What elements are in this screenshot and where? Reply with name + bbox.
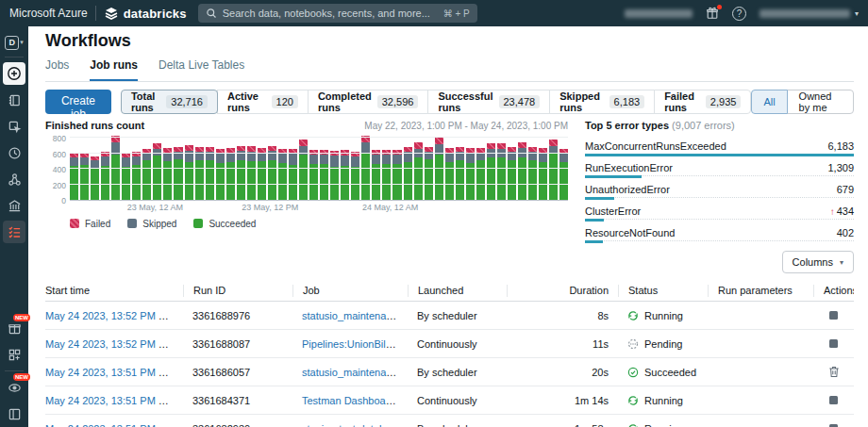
chart-bar[interactable]: [330, 151, 339, 200]
col-header-run-id[interactable]: Run ID: [183, 285, 292, 297]
chart-bar[interactable]: [278, 149, 287, 200]
sidebar-collapse[interactable]: [3, 402, 25, 425]
table-row[interactable]: May 24 2023, 13:51 PM PDT3361682930stagi…: [45, 415, 854, 427]
stop-run-button[interactable]: [827, 337, 840, 350]
chart-bar[interactable]: [258, 148, 266, 200]
chart-bar[interactable]: [247, 146, 256, 200]
chart-bar[interactable]: [414, 142, 423, 200]
start-time-link[interactable]: May 24 2023, 13:51 PM PDT: [45, 367, 179, 378]
start-time-link[interactable]: May 24 2023, 13:52 PM PDT: [45, 310, 179, 321]
chart-bar[interactable]: [351, 152, 359, 200]
chart-bar[interactable]: [508, 147, 516, 200]
sidebar-item-workflows[interactable]: [3, 221, 25, 243]
sidebar-item-preview[interactable]: NEW: [3, 376, 25, 399]
chart-bar[interactable]: [80, 153, 89, 200]
chart-bar[interactable]: [445, 148, 454, 200]
job-link[interactable]: Testman Dashboard High F...: [302, 395, 408, 406]
chart-bar[interactable]: [404, 147, 412, 200]
chart-bar[interactable]: [549, 140, 558, 200]
start-time-link[interactable]: May 24 2023, 13:51 PM PDT: [45, 423, 179, 427]
sidebar-item-partner-connect[interactable]: [3, 343, 25, 366]
chart-bar[interactable]: [341, 150, 349, 200]
job-link[interactable]: statusio_maintenance_rem...: [302, 310, 408, 321]
global-search-input[interactable]: Search data, notebooks, recents, and mor…: [198, 4, 477, 23]
chart-bar[interactable]: [132, 152, 141, 200]
col-header-launched[interactable]: Launched: [408, 285, 507, 297]
chart-bar[interactable]: [559, 149, 568, 200]
chart-bar[interactable]: [299, 140, 308, 200]
tab-jobs[interactable]: Jobs: [45, 58, 69, 81]
chart-bar[interactable]: [456, 147, 464, 201]
stop-run-button[interactable]: [827, 309, 840, 321]
workspace-name-redacted[interactable]: [625, 9, 693, 18]
sidebar-item-data[interactable]: [3, 168, 25, 190]
workspace-switcher[interactable]: D ▾: [2, 33, 26, 52]
whats-new-button[interactable]: [706, 7, 719, 20]
sidebar-item-new[interactable]: [3, 62, 25, 85]
chart-bar[interactable]: [320, 150, 328, 200]
create-job-button[interactable]: Create job: [45, 90, 111, 114]
chart-bar[interactable]: [185, 145, 193, 200]
chart-bar[interactable]: [174, 147, 182, 200]
help-button[interactable]: ?: [732, 7, 746, 21]
chart-bar[interactable]: [206, 147, 214, 200]
tab-job-runs[interactable]: Job runs: [90, 58, 138, 81]
job-link[interactable]: statusio_maintenance_rem...: [302, 367, 408, 378]
chart-bar[interactable]: [392, 150, 401, 200]
sidebar-item-repos[interactable]: [3, 115, 25, 138]
sidebar-item-recents[interactable]: [3, 141, 25, 164]
sidebar-item-sql-warehouse[interactable]: [3, 194, 25, 217]
chart-bar[interactable]: [268, 146, 276, 200]
chart-bar[interactable]: [435, 138, 443, 200]
job-link[interactable]: Pipelines:UnionBillableUsa...: [302, 338, 408, 350]
table-row[interactable]: May 24 2023, 13:52 PM PDT3361688976statu…: [45, 302, 854, 330]
stop-run-button[interactable]: [827, 422, 840, 427]
columns-button[interactable]: Columns ▾: [782, 251, 854, 273]
chart-bar[interactable]: [226, 148, 235, 200]
chart-bar[interactable]: [539, 148, 547, 200]
col-header-duration[interactable]: Duration: [507, 285, 618, 297]
col-header-run-parameters[interactable]: Run parameters: [708, 285, 813, 297]
sidebar-item-marketplace[interactable]: NEW: [3, 317, 25, 339]
chart-bar[interactable]: [216, 149, 225, 200]
table-row[interactable]: May 24 2023, 13:52 PM PDT3361688087Pipel…: [45, 330, 854, 358]
chart-bar[interactable]: [237, 146, 245, 200]
account-menu[interactable]: ▾: [760, 9, 859, 18]
stat-chip-successful-runs[interactable]: Successful runs23,478: [427, 90, 550, 114]
start-time-link[interactable]: May 24 2023, 13:52 PM PDT: [45, 338, 179, 350]
scope-owned-by-me[interactable]: Owned by me: [787, 90, 854, 114]
tab-delta-live-tables[interactable]: Delta Live Tables: [159, 58, 244, 81]
databricks-logo[interactable]: databricks: [104, 6, 187, 21]
sidebar-item-workspace[interactable]: [3, 89, 25, 111]
trash-run-button[interactable]: [826, 364, 842, 380]
stat-chip-skipped-runs[interactable]: Skipped runs6,183: [549, 90, 655, 114]
stat-chip-total-runs[interactable]: Total runs32,716: [121, 90, 218, 114]
col-header-status[interactable]: Status: [618, 285, 708, 297]
col-header-start-time[interactable]: Start time: [45, 285, 183, 297]
chart-bar[interactable]: [163, 148, 172, 200]
col-header-job[interactable]: Job: [292, 285, 408, 297]
chart-bar[interactable]: [70, 154, 78, 200]
scope-all[interactable]: All: [751, 90, 787, 114]
col-header-actions[interactable]: Actions: [813, 285, 854, 297]
chart-bar[interactable]: [309, 150, 318, 200]
chart-bar[interactable]: [425, 147, 433, 200]
chart-bar[interactable]: [528, 147, 537, 200]
chart-bar[interactable]: [518, 142, 526, 200]
job-link[interactable]: staging-test-database-pip...: [302, 423, 408, 427]
chart-bar[interactable]: [195, 147, 204, 200]
chart-bar[interactable]: [466, 148, 475, 200]
chart-bar[interactable]: [101, 152, 109, 200]
stat-chip-failed-runs[interactable]: Failed runs2,935: [654, 90, 751, 114]
chart-bar[interactable]: [122, 153, 130, 200]
chart-bar[interactable]: [382, 150, 391, 200]
table-row[interactable]: May 24 2023, 13:51 PM PDT3361684371Testm…: [45, 386, 854, 415]
stat-chip-completed-runs[interactable]: Completed runs32,596: [308, 90, 429, 114]
stop-run-button[interactable]: [827, 394, 840, 406]
chart-bar[interactable]: [289, 149, 297, 200]
chart-bar[interactable]: [476, 148, 485, 200]
chart-bar[interactable]: [91, 156, 99, 200]
table-row[interactable]: May 24 2023, 13:51 PM PDT3361686057statu…: [45, 358, 854, 386]
start-time-link[interactable]: May 24 2023, 13:51 PM PDT: [45, 395, 179, 406]
chart-bar[interactable]: [142, 149, 151, 200]
